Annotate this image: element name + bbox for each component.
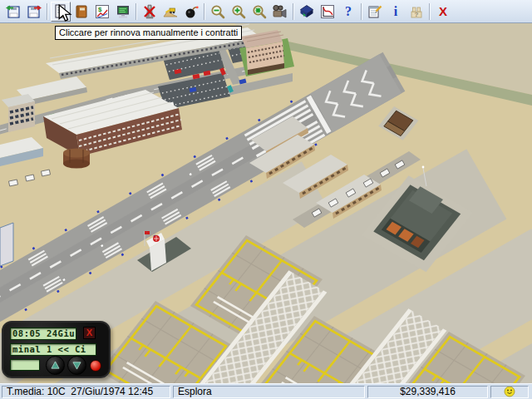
computer-reports-button[interactable] <box>113 2 133 22</box>
fuel-tank[interactable] <box>63 149 90 169</box>
statistics-chart-button[interactable] <box>318 2 337 22</box>
finances-button[interactable]: $ <box>92 2 112 22</box>
camera-view-button[interactable] <box>270 2 290 22</box>
info-button[interactable]: i <box>386 2 406 22</box>
device-down-button[interactable] <box>67 356 86 375</box>
status-bar: T.media: 10C 27/Giu/1974 12:45 Esplora $… <box>0 383 532 399</box>
toolbar-separator <box>204 3 205 20</box>
svg-text:?: ? <box>415 11 419 18</box>
help-button[interactable]: ? <box>338 2 358 22</box>
demolish-road-button[interactable] <box>140 2 160 22</box>
exit-button[interactable]: X <box>433 2 453 22</box>
toolbar: $ <box>0 0 532 23</box>
toolbar-separator <box>293 3 294 20</box>
contracts-book-button[interactable] <box>71 2 91 22</box>
status-weather-date: T.media: 10C 27/Giu/1974 12:45 <box>2 386 170 398</box>
toolbar-separator <box>135 3 137 20</box>
zoom-in-button[interactable] <box>229 2 249 22</box>
hangar-partial[interactable] <box>0 223 13 266</box>
device-close-button[interactable]: X <box>83 327 96 339</box>
status-balance: $29,339,416 <box>367 386 488 398</box>
zoom-out-button[interactable] <box>208 2 228 22</box>
pager-device: 08:05 24Giu X minal 1 << Ci <box>2 321 111 378</box>
toolbar-separator <box>429 3 431 20</box>
device-ticker-display: minal 1 << Ci <box>10 343 96 356</box>
info-icon: i <box>394 3 397 20</box>
view-3d-button[interactable] <box>297 2 317 22</box>
toolbar-separator <box>47 3 48 20</box>
device-red-button[interactable] <box>90 360 101 372</box>
arrow-down-icon <box>72 361 81 370</box>
demolish-bomb-button[interactable] <box>181 2 201 22</box>
svg-text:$: $ <box>98 5 102 12</box>
status-mode: Esplora <box>173 386 365 398</box>
zoom-reset-button[interactable] <box>249 2 269 22</box>
tooltip: Cliccare per rinnova manualmente i contr… <box>55 26 242 40</box>
load-game-button[interactable] <box>3 2 23 22</box>
device-up-button[interactable] <box>46 356 65 375</box>
device-small-display <box>10 359 40 371</box>
device-clock-display: 08:05 24Giu <box>10 328 76 340</box>
query-building-button[interactable]: ? <box>406 2 426 22</box>
exit-x-icon: X <box>439 3 447 20</box>
smiley-icon <box>504 386 515 397</box>
status-mood[interactable] <box>490 386 529 398</box>
notes-button[interactable] <box>365 2 385 22</box>
renew-contracts-button[interactable] <box>51 2 71 22</box>
question-mark-icon: ? <box>345 3 352 20</box>
toolbar-separator <box>361 3 362 20</box>
terrain-tools-button[interactable] <box>160 2 180 22</box>
arrow-up-icon <box>51 361 60 370</box>
game-window: $ <box>0 0 532 399</box>
save-game-button[interactable] <box>24 2 44 22</box>
